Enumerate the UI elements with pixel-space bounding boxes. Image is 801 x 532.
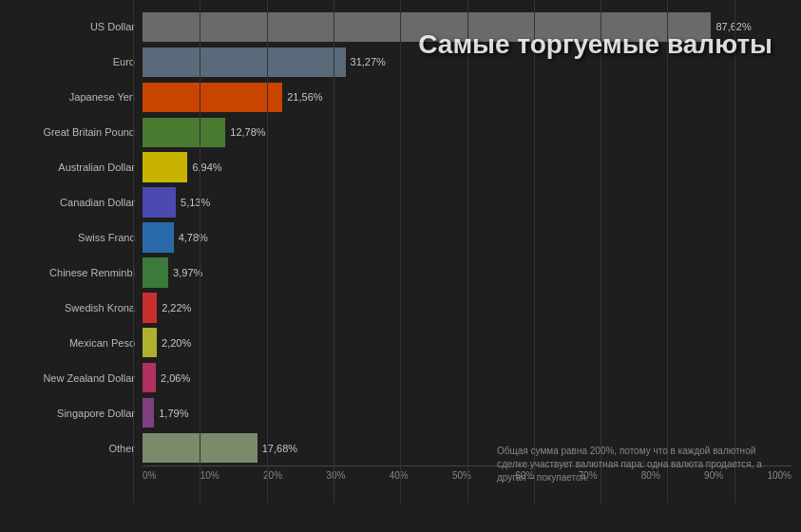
bar-value-label: 5,13% bbox=[181, 197, 210, 208]
bar-fill bbox=[143, 187, 176, 217]
bar-value-label: 4,78% bbox=[179, 232, 208, 243]
bar-fill bbox=[143, 398, 154, 428]
bar-fill bbox=[143, 363, 156, 392]
bar-track: 2,06% bbox=[143, 360, 791, 395]
bar-fill bbox=[143, 48, 346, 77]
bar-row: Euro31,27% bbox=[10, 45, 791, 80]
bar-track: 4,78% bbox=[143, 220, 791, 256]
bar-fill bbox=[143, 293, 157, 322]
chart-note: Общая сумма равна 200%, потому что в каж… bbox=[497, 445, 782, 484]
x-axis-label: 10% bbox=[200, 470, 219, 481]
bar-row: New Zealand Dollar2,06% bbox=[10, 360, 791, 395]
bar-row: Swedish Krona2,22% bbox=[10, 290, 791, 325]
chart-container: US Dollar87,62%Euro31,27%Japanese Yen21,… bbox=[0, 0, 801, 532]
bar-track: 5,13% bbox=[143, 185, 791, 220]
bar-fill bbox=[143, 12, 711, 42]
bar-fill bbox=[143, 222, 174, 252]
bar-value-label: 6,94% bbox=[192, 162, 221, 173]
bar-row: US Dollar87,62% bbox=[10, 10, 791, 45]
bar-label: Swiss Franc bbox=[10, 232, 143, 243]
bar-row: Swiss Franc4,78% bbox=[10, 220, 791, 256]
bar-label: New Zealand Dollar bbox=[10, 372, 143, 384]
bar-track: 2,22% bbox=[143, 290, 791, 325]
bar-value-label: 3,97% bbox=[173, 267, 202, 278]
bar-row: Singapore Dollar1,79% bbox=[10, 395, 791, 430]
x-axis-label: 30% bbox=[326, 470, 345, 481]
bar-track: 87,62% bbox=[143, 10, 791, 45]
bar-label: Great Britain Pound bbox=[10, 126, 143, 138]
bar-fill bbox=[143, 118, 225, 147]
chart-area: US Dollar87,62%Euro31,27%Japanese Yen21,… bbox=[10, 10, 791, 466]
bar-row: Japanese Yen21,56% bbox=[10, 80, 791, 115]
bar-row: Australian Dollar6,94% bbox=[10, 150, 791, 185]
bar-fill bbox=[143, 328, 157, 357]
bar-label: Australian Dollar bbox=[10, 162, 143, 173]
bar-track: 12,78% bbox=[143, 115, 791, 150]
bar-value-label: 87,62% bbox=[715, 21, 751, 32]
bar-value-label: 12,78% bbox=[230, 126, 265, 138]
bar-track: 21,56% bbox=[143, 80, 791, 115]
x-axis-label: 20% bbox=[263, 470, 282, 481]
bar-value-label: 2,22% bbox=[162, 302, 191, 314]
bar-value-label: 1,79% bbox=[159, 408, 188, 419]
bar-value-label: 17,68% bbox=[262, 443, 297, 454]
bar-value-label: 21,56% bbox=[287, 91, 322, 103]
bar-label: Other bbox=[10, 443, 143, 454]
bar-row: Mexican Peso2,20% bbox=[10, 325, 791, 360]
bar-value-label: 2,20% bbox=[162, 337, 191, 349]
bar-value-label: 2,06% bbox=[161, 372, 190, 384]
bar-track: 6,94% bbox=[143, 150, 791, 185]
bar-value-label: 31,27% bbox=[351, 56, 386, 67]
bar-label: Japanese Yen bbox=[10, 91, 143, 103]
bar-fill bbox=[143, 152, 187, 181]
bar-label: Canadian Dollar bbox=[10, 197, 143, 208]
bar-label: US Dollar bbox=[10, 21, 143, 32]
bar-label: Mexican Peso bbox=[10, 337, 143, 349]
x-axis-label: 0% bbox=[143, 470, 156, 481]
bar-label: Swedish Krona bbox=[10, 302, 143, 314]
bar-label: Chinese Renminbi bbox=[10, 267, 143, 278]
bar-track: 3,97% bbox=[143, 255, 791, 290]
bar-label: Euro bbox=[10, 56, 143, 67]
bar-track: 2,20% bbox=[143, 325, 791, 360]
bar-row: Chinese Renminbi3,97% bbox=[10, 255, 791, 290]
bar-track: 31,27% bbox=[143, 45, 791, 80]
bar-fill bbox=[143, 257, 168, 287]
x-axis-label: 40% bbox=[390, 470, 409, 481]
bar-row: Great Britain Pound12,78% bbox=[10, 115, 791, 150]
x-axis-label: 50% bbox=[452, 470, 471, 481]
bar-row: Canadian Dollar5,13% bbox=[10, 185, 791, 220]
bar-fill bbox=[143, 83, 282, 112]
bar-label: Singapore Dollar bbox=[10, 408, 143, 419]
bar-fill bbox=[143, 433, 257, 463]
bar-track: 1,79% bbox=[143, 395, 791, 430]
